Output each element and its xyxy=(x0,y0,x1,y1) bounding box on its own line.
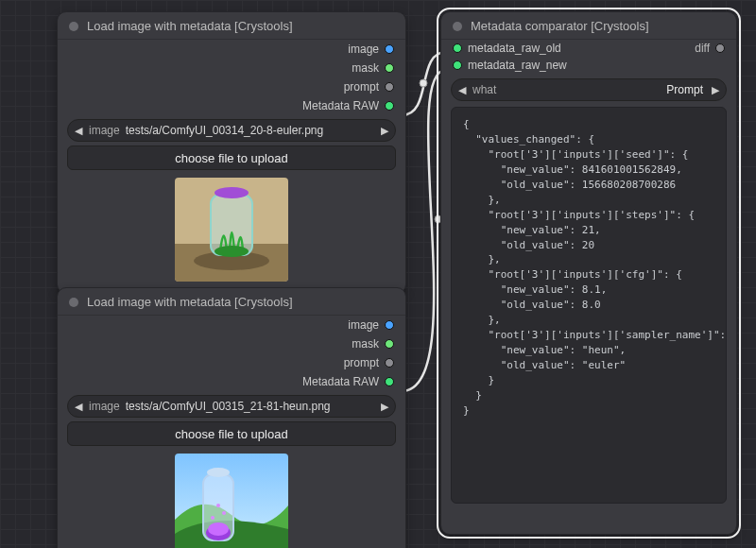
node-load-image-2[interactable]: Load image with metadata [Crystools] ima… xyxy=(57,287,406,548)
port-icon[interactable] xyxy=(715,43,725,53)
image-preview xyxy=(175,454,288,548)
image-preview xyxy=(175,178,288,282)
mode-selector[interactable]: ◀ what Prompt ▶ xyxy=(451,78,727,101)
port-icon[interactable] xyxy=(385,339,394,349)
svg-point-8 xyxy=(215,246,249,257)
port-icon[interactable] xyxy=(385,358,394,368)
chevron-left-icon[interactable]: ◀ xyxy=(68,401,89,413)
output-mask[interactable]: mask xyxy=(58,59,405,77)
chevron-right-icon[interactable]: ▶ xyxy=(374,401,395,413)
collapse-icon[interactable] xyxy=(69,22,78,31)
node-metadata-comparator[interactable]: Metadata comparator [Crystools] metadata… xyxy=(440,11,737,535)
chevron-left-icon[interactable]: ◀ xyxy=(68,125,89,137)
upload-button[interactable]: choose file to upload xyxy=(67,421,396,446)
port-icon[interactable] xyxy=(453,43,462,53)
node-title: Load image with metadata [Crystools] xyxy=(87,295,293,309)
svg-point-17 xyxy=(216,504,220,507)
upload-button[interactable]: choose file to upload xyxy=(67,146,396,170)
diff-output: { "values_changed": { "root['3']['inputs… xyxy=(451,107,727,504)
image-selector[interactable]: ◀ image tests/a/ComfyUI_00315_21-81-heun… xyxy=(67,395,396,418)
svg-point-12 xyxy=(207,468,230,477)
input-metadata-raw-old[interactable]: metadata_raw_old xyxy=(468,42,689,55)
output-metadata-raw[interactable]: Metadata RAW xyxy=(58,96,405,115)
output-image[interactable]: image xyxy=(58,40,405,59)
port-icon[interactable] xyxy=(385,82,394,92)
image-path-value: tests/a/ComfyUI_00315_21-81-heun.png xyxy=(126,400,374,413)
chevron-right-icon[interactable]: ▶ xyxy=(705,84,726,96)
port-icon[interactable] xyxy=(385,101,394,111)
output-prompt[interactable]: prompt xyxy=(58,77,405,96)
svg-point-7 xyxy=(215,187,249,198)
output-image[interactable]: image xyxy=(58,316,405,334)
node-header[interactable]: Metadata comparator [Crystools] xyxy=(441,12,736,40)
output-diff[interactable]: diff xyxy=(695,42,710,55)
node-header[interactable]: Load image with metadata [Crystools] xyxy=(58,12,405,40)
port-icon[interactable] xyxy=(385,320,394,330)
image-path-value: tests/a/ComfyUI_00314_20-8-euler.png xyxy=(126,124,374,137)
chevron-left-icon[interactable]: ◀ xyxy=(452,84,472,96)
output-prompt[interactable]: prompt xyxy=(58,353,405,372)
port-icon[interactable] xyxy=(385,63,394,73)
mode-value: Prompt xyxy=(666,83,703,96)
port-icon[interactable] xyxy=(453,60,462,70)
node-title: Load image with metadata [Crystools] xyxy=(87,19,293,33)
svg-point-15 xyxy=(211,516,215,520)
chevron-right-icon[interactable]: ▶ xyxy=(374,125,395,137)
input-metadata-raw-new[interactable]: metadata_raw_new xyxy=(441,56,736,75)
svg-point-16 xyxy=(222,511,226,515)
port-icon[interactable] xyxy=(385,44,394,54)
node-title: Metadata comparator [Crystools] xyxy=(471,19,649,33)
svg-point-0 xyxy=(420,79,427,87)
collapse-icon[interactable] xyxy=(69,298,78,307)
collapse-icon[interactable] xyxy=(453,22,462,31)
output-mask[interactable]: mask xyxy=(58,334,405,353)
node-header[interactable]: Load image with metadata [Crystools] xyxy=(58,288,405,316)
output-metadata-raw[interactable]: Metadata RAW xyxy=(58,372,405,391)
svg-point-14 xyxy=(208,522,229,536)
image-selector[interactable]: ◀ image tests/a/ComfyUI_00314_20-8-euler… xyxy=(67,119,396,142)
node-load-image-1[interactable]: Load image with metadata [Crystools] ima… xyxy=(57,11,406,294)
port-icon[interactable] xyxy=(385,377,394,386)
